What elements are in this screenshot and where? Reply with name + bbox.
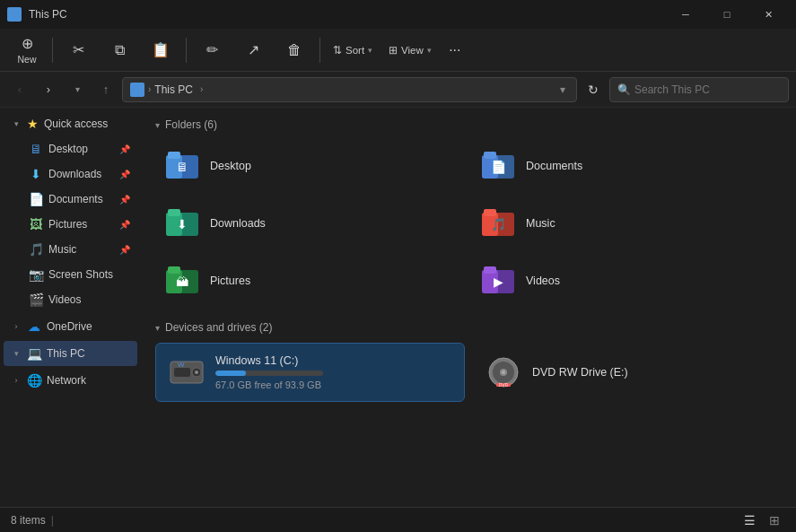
delete-button[interactable]: 🗑 — [275, 32, 314, 68]
drive-item-e[interactable]: DVD DVD RW Drive (E:) — [472, 343, 782, 402]
thispc-label: This PC — [47, 347, 85, 360]
list-view-button[interactable]: ☰ — [739, 510, 760, 531]
cut-button[interactable]: ✂ — [58, 32, 98, 68]
sidebar-item-videos[interactable]: 🎬 Videos — [4, 287, 137, 312]
sort-chevron: ▾ — [368, 46, 372, 55]
svg-rect-6 — [484, 152, 496, 159]
window-controls: ─ □ ✕ — [665, 0, 789, 29]
drive-e-name: DVD RW Drive (E:) — [532, 366, 628, 379]
svg-text:🖥: 🖥 — [176, 160, 188, 174]
expand-icon-od: › — [11, 321, 22, 332]
drive-c-info: Windows 11 (C:) 67.0 GB free of 93.9 GB — [215, 354, 323, 390]
address-chevron: › — [148, 84, 151, 94]
up-button[interactable]: ↑ — [93, 77, 118, 102]
statusbar-separator: | — [51, 514, 54, 527]
pin-icon-5: 📌 — [119, 245, 130, 255]
drives-chevron[interactable]: ▾ — [155, 323, 160, 333]
address-bar[interactable]: › This PC › ▾ — [122, 77, 577, 102]
drives-label: Devices and drives (2) — [165, 321, 272, 334]
folder-item-desktop[interactable]: 🖥 Desktop — [155, 140, 466, 192]
svg-text:📄: 📄 — [491, 160, 507, 175]
forward-button[interactable]: › — [36, 77, 61, 102]
sidebar-item-screenshots[interactable]: 📷 Screen Shots — [4, 262, 137, 287]
search-input[interactable] — [634, 83, 781, 96]
sidebar-item-network[interactable]: › 🌐 Network — [4, 368, 137, 393]
folder-icon-downloads: ⬇ — [165, 205, 201, 241]
pictures-folder-icon: 🖼 — [29, 217, 43, 231]
onedrive-label: OneDrive — [47, 320, 92, 333]
close-button[interactable]: ✕ — [748, 0, 789, 29]
expand-icon-net: › — [11, 375, 22, 386]
svg-rect-10 — [168, 209, 180, 216]
sidebar-item-onedrive[interactable]: › ☁ OneDrive — [4, 314, 137, 339]
network-label: Network — [47, 374, 86, 387]
paste-button[interactable]: 📋 — [141, 32, 180, 68]
pictures-folder-svg: 🏔 — [166, 266, 200, 295]
folders-label: Folders (6) — [165, 118, 217, 131]
minimize-button[interactable]: ─ — [665, 0, 706, 29]
folder-item-music[interactable]: 🎵 Music — [471, 197, 782, 249]
more-options-button[interactable]: ··· — [441, 36, 469, 65]
sidebar-item-thispc[interactable]: ▾ 💻 This PC — [4, 341, 137, 366]
folders-section-header: ▾ Folders (6) — [155, 118, 782, 131]
sidebar-item-music[interactable]: 🎵 Music 📌 — [4, 237, 137, 262]
back-button[interactable]: ‹ — [7, 77, 32, 102]
folder-name-music: Music — [526, 217, 555, 230]
folder-item-downloads[interactable]: ⬇ Downloads — [155, 197, 466, 249]
share-button[interactable]: ↗ — [233, 32, 273, 68]
item-count: 8 items — [11, 514, 46, 527]
svg-text:🏔: 🏔 — [176, 275, 188, 289]
sidebar-item-documents[interactable]: 📄 Documents 📌 — [4, 187, 137, 212]
new-icon: ⊕ — [22, 35, 33, 52]
search-bar[interactable]: 🔍 — [609, 77, 789, 102]
star-icon: ★ — [27, 117, 39, 131]
address-dropdown[interactable]: ▾ — [556, 83, 569, 96]
drives-grid: W Windows 11 (C:) 67.0 GB free of 93.9 G… — [155, 343, 782, 402]
documents-folder-svg: 📄 — [482, 152, 516, 180]
new-label: New — [17, 54, 36, 65]
svg-rect-22 — [484, 266, 496, 274]
folder-item-pictures[interactable]: 🏔 Pictures — [155, 255, 466, 307]
drive-c-bar — [215, 371, 246, 376]
folder-icon-desktop: 🖥 — [165, 148, 201, 184]
titlebar: This PC ─ □ ✕ — [0, 0, 796, 29]
maximize-button[interactable]: □ — [706, 0, 748, 29]
copy-button[interactable]: ⧉ — [100, 32, 139, 68]
sort-icon: ⇅ — [333, 44, 342, 57]
folder-item-documents[interactable]: 📄 Documents — [471, 140, 782, 192]
expand-icon: ▾ — [11, 118, 22, 129]
svg-text:⬇: ⬇ — [177, 217, 188, 231]
view-icon: ⊞ — [389, 44, 398, 57]
dvd-icon-svg: DVD — [484, 353, 523, 392]
svg-text:W: W — [178, 361, 185, 369]
refresh-button[interactable]: ↻ — [581, 77, 606, 102]
drive-c-name: Windows 11 (C:) — [215, 354, 323, 367]
dropdown-button[interactable]: ▾ — [65, 77, 90, 102]
folder-icon-documents: 📄 — [481, 148, 517, 184]
titlebar-title: This PC — [29, 8, 658, 21]
svg-rect-14 — [484, 209, 496, 216]
sidebar-item-pictures[interactable]: 🖼 Pictures 📌 — [4, 212, 137, 237]
folder-name-videos: Videos — [526, 275, 560, 287]
expand-icon-pc: ▾ — [11, 348, 22, 359]
folders-chevron[interactable]: ▾ — [155, 120, 160, 130]
onedrive-icon: ☁ — [27, 319, 41, 334]
folder-item-videos[interactable]: ▶ Videos — [471, 255, 782, 307]
grid-view-button[interactable]: ⊞ — [764, 510, 785, 531]
thispc-section: ▾ 💻 This PC — [0, 341, 141, 366]
drive-item-c[interactable]: W Windows 11 (C:) 67.0 GB free of 93.9 G… — [155, 343, 465, 402]
sidebar-item-desktop[interactable]: 🖥 Desktop 📌 — [4, 136, 137, 161]
sidebar-item-downloads[interactable]: ⬇ Downloads 📌 — [4, 161, 137, 187]
pin-icon: 📌 — [119, 144, 130, 154]
sort-button[interactable]: ⇅ Sort ▾ — [326, 32, 380, 68]
separator-2 — [186, 38, 187, 63]
view-button[interactable]: ⊞ View ▾ — [381, 32, 439, 68]
folder-name-downloads: Downloads — [210, 217, 266, 230]
sidebar-quick-access[interactable]: ▾ ★ Quick access — [4, 111, 137, 136]
new-button[interactable]: ⊕ New — [7, 32, 47, 68]
folder-icon-music: 🎵 — [481, 205, 517, 241]
rename-button[interactable]: ✏ — [192, 32, 232, 68]
music-folder-icon: 🎵 — [29, 242, 43, 257]
view-toggles: ☰ ⊞ — [739, 510, 785, 531]
folder-icon-pictures: 🏔 — [165, 263, 201, 299]
